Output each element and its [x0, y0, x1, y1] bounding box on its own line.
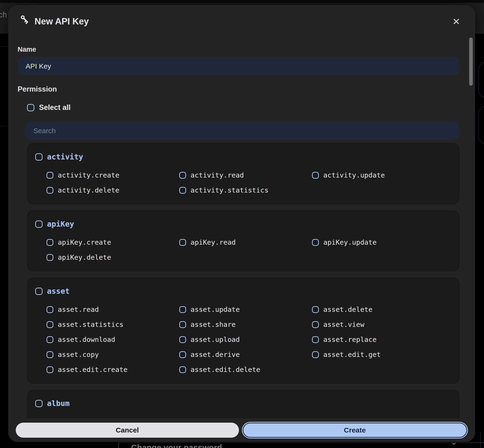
background-top-strip [0, 0, 484, 3]
permission-items-grid: asset.read asset.update asset.delete ass… [47, 302, 452, 377]
permission-checkbox[interactable] [179, 321, 186, 328]
permission-checkbox[interactable] [47, 187, 53, 194]
permission-checkbox[interactable] [179, 172, 186, 179]
background-divider [475, 33, 484, 34]
close-icon[interactable]: ✕ [450, 15, 463, 28]
permission-item: asset.download [47, 332, 179, 347]
permission-item: apiKey.update [312, 235, 445, 250]
permission-checkbox[interactable] [179, 366, 186, 373]
select-all-checkbox[interactable] [27, 104, 34, 111]
permission-item: asset.edit.delete [179, 362, 312, 377]
permission-label: asset.update [190, 305, 240, 313]
group-title: activity [47, 152, 83, 161]
group-title: asset [47, 287, 70, 296]
dialog-header: New API Key ✕ [8, 5, 475, 33]
background-panel-outline [478, 62, 484, 97]
permission-items-grid: apiKey.create apiKey.read apiKey.update … [47, 235, 452, 265]
permission-item: apiKey.delete [47, 250, 179, 265]
background-divider [0, 126, 8, 126]
permission-label: activity.read [190, 171, 244, 179]
create-button[interactable]: Create [243, 423, 467, 438]
permission-label: asset.read [58, 305, 99, 313]
permission-label: apiKey.update [323, 238, 377, 246]
permission-checkbox[interactable] [47, 351, 53, 358]
permission-label: asset.delete [323, 305, 373, 313]
permission-checkbox[interactable] [179, 351, 186, 358]
permission-item: asset.copy [47, 347, 179, 362]
select-all-row: Select all [27, 103, 71, 112]
permission-checkbox[interactable] [179, 239, 186, 246]
permission-checkbox[interactable] [312, 239, 319, 246]
permission-group-header: activity [35, 152, 452, 162]
permission-item: asset.derive [179, 347, 312, 362]
name-input[interactable] [18, 57, 459, 75]
permission-item: asset.edit.create [47, 362, 179, 377]
permission-item: apiKey.create [47, 235, 179, 250]
permission-label: asset.copy [58, 351, 99, 359]
background-divider [0, 46, 8, 47]
group-checkbox[interactable] [35, 288, 42, 295]
permission-checkbox[interactable] [312, 336, 319, 343]
permission-group-header: asset [35, 286, 452, 296]
permission-checkbox[interactable] [179, 187, 186, 194]
scrollbar-thumb[interactable] [469, 38, 473, 86]
dialog-footer: Cancel Create [8, 418, 475, 442]
permission-groups-scroll-area: activity activity.create activity.read a… [8, 140, 475, 418]
permission-item: asset.edit.get [312, 347, 445, 362]
permission-label: apiKey.create [58, 238, 111, 246]
permission-item: asset.statistics [47, 317, 179, 332]
group-title: apiKey [47, 220, 74, 228]
permission-label: asset.edit.get [323, 351, 381, 359]
permission-label: activity.delete [58, 186, 119, 194]
permission-checkbox[interactable] [47, 321, 53, 328]
select-all-label: Select all [39, 103, 71, 112]
permission-checkbox[interactable] [47, 172, 53, 179]
permission-checkbox[interactable] [179, 336, 186, 343]
permission-checkbox[interactable] [312, 306, 319, 313]
permission-label: asset.view [323, 320, 364, 328]
permission-group-header: album [35, 398, 452, 408]
permission-checkbox[interactable] [47, 336, 53, 343]
permission-label: activity.update [323, 171, 385, 179]
permission-item: activity.statistics [179, 183, 312, 198]
permission-checkbox[interactable] [47, 254, 53, 261]
background-panel-outline [478, 106, 484, 144]
group-checkbox[interactable] [35, 400, 42, 407]
permission-checkbox[interactable] [312, 172, 319, 179]
permission-item: activity.create [47, 168, 179, 183]
new-api-key-dialog: New API Key ✕ Name Permission Select all… [8, 5, 475, 442]
permission-item: asset.upload [179, 332, 312, 347]
permission-item: asset.view [312, 317, 445, 332]
permission-checkbox[interactable] [312, 321, 319, 328]
permission-group: album [27, 390, 459, 418]
group-checkbox[interactable] [35, 220, 42, 228]
permission-checkbox[interactable] [47, 239, 53, 246]
search-input[interactable] [25, 122, 459, 140]
background-divider [480, 432, 481, 448]
permission-item: asset.replace [312, 332, 445, 347]
permission-checkbox[interactable] [47, 306, 53, 313]
permission-label: asset.derive [190, 351, 240, 359]
permission-label: asset.upload [190, 336, 240, 344]
permission-checkbox[interactable] [312, 351, 319, 358]
cancel-button[interactable]: Cancel [16, 423, 239, 438]
permission-item: activity.delete [47, 183, 179, 198]
background-change-password-text: Change your password [131, 443, 222, 448]
dialog-title: New API Key [34, 16, 89, 26]
permission-label: asset.edit.create [58, 366, 128, 374]
permission-checkbox[interactable] [179, 306, 186, 313]
permission-label: activity.create [58, 171, 119, 179]
permission-item: asset.read [47, 302, 179, 317]
group-checkbox[interactable] [35, 153, 42, 160]
permission-item: asset.update [179, 302, 312, 317]
name-label: Name [18, 46, 36, 53]
screen: ch y Change your password ⌄ New API Key … [0, 0, 484, 448]
permission-item: activity.read [179, 168, 312, 183]
permission-label: asset.download [58, 336, 115, 344]
group-title: album [47, 399, 70, 408]
permission-label: apiKey.read [190, 238, 236, 246]
permission-checkbox[interactable] [47, 366, 53, 373]
permission-item: asset.delete [312, 302, 445, 317]
permission-group: apiKey apiKey.create apiKey.read apiKey.… [27, 210, 459, 272]
permission-group: activity activity.create activity.read a… [27, 143, 459, 204]
